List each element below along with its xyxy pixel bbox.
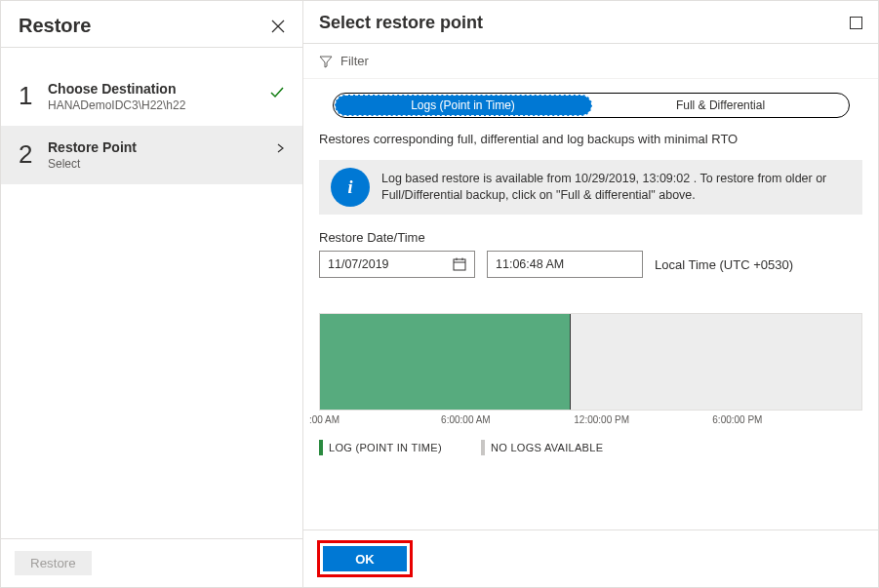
close-icon[interactable] (271, 20, 285, 33)
detail-panel: Select restore point Filter Logs (Point … (303, 1, 878, 587)
step-title: Restore Point (48, 139, 285, 155)
toggle-logs[interactable]: Logs (Point in Time) (335, 95, 592, 116)
chevron-right-icon (275, 143, 285, 153)
timeline-legend: LOG (POINT IN TIME) NO LOGS AVAILABLE (319, 440, 862, 455)
step-title: Choose Destination (48, 81, 285, 97)
time-value: 11:06:48 AM (496, 257, 564, 271)
timeline-ticks: :00 AM 6:00:00 AM 12:00:00 PM 6:00:00 PM (319, 414, 862, 430)
wizard-title: Restore (19, 15, 91, 37)
timeline-chart: :00 AM 6:00:00 AM 12:00:00 PM 6:00:00 PM… (319, 313, 862, 455)
info-icon: i (331, 168, 370, 207)
svg-marker-2 (320, 57, 332, 67)
timeline-bar[interactable] (319, 313, 862, 411)
ok-button[interactable]: OK (323, 546, 407, 571)
filter-button[interactable]: Filter (303, 44, 878, 79)
legend-swatch-green (319, 440, 323, 455)
legend-nologs: NO LOGS AVAILABLE (481, 440, 603, 455)
time-input[interactable]: 11:06:48 AM (487, 251, 643, 278)
timezone-label: Local Time (UTC +0530) (655, 257, 793, 272)
panel-title: Select restore point (319, 13, 483, 33)
datetime-label: Restore Date/Time (319, 230, 862, 245)
step-number: 1 (19, 81, 48, 111)
restore-button[interactable]: Restore (15, 551, 92, 575)
step-subtitle: HANADemoIDC3\H22\h22 (48, 98, 285, 112)
legend-logs: LOG (POINT IN TIME) (319, 440, 442, 455)
ok-highlight: OK (317, 540, 413, 577)
timeline-segment-logs (320, 314, 571, 410)
timeline-segment-nologs (571, 314, 861, 410)
description-text: Restores corresponding full, differentia… (319, 132, 862, 146)
date-input[interactable]: 11/07/2019 (319, 251, 475, 278)
step-choose-destination[interactable]: 1 Choose Destination HANADemoIDC3\H22\h2… (1, 67, 302, 126)
maximize-icon[interactable] (850, 17, 862, 29)
step-restore-point[interactable]: 2 Restore Point Select (1, 126, 302, 184)
date-value: 11/07/2019 (328, 257, 389, 271)
step-subtitle: Select (48, 157, 285, 171)
toggle-full-differential[interactable]: Full & Differential (593, 94, 849, 117)
legend-swatch-grey (481, 440, 485, 455)
info-banner: i Log based restore is available from 10… (319, 160, 862, 215)
filter-icon (319, 55, 333, 68)
svg-rect-3 (454, 259, 465, 270)
wizard-panel: Restore 1 Choose Destination HANADemoIDC… (1, 1, 303, 587)
filter-label: Filter (340, 54, 369, 68)
restore-type-toggle: Logs (Point in Time) Full & Differential (333, 93, 850, 118)
step-number: 2 (19, 139, 48, 170)
checkmark-icon (269, 85, 285, 100)
calendar-icon (453, 257, 466, 271)
info-text: Log based restore is available from 10/2… (381, 161, 862, 215)
